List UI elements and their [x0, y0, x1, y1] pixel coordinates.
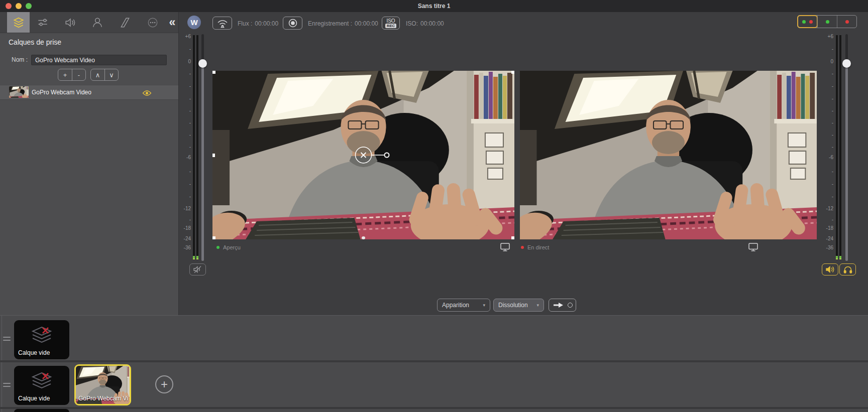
arrow-right-icon [553, 303, 564, 308]
add-layer-button[interactable]: + [58, 69, 72, 80]
preview-fullscreen-monitor-icon[interactable] [500, 243, 510, 252]
tab-titles[interactable] [114, 12, 136, 33]
layer-reorder-group: ∧ ∨ [90, 69, 119, 81]
collapse-panel-chevron-icon[interactable]: « [166, 15, 179, 30]
wirecast-window: Sans titre 1 [0, 0, 868, 412]
chevron-down-icon: ▾ [483, 303, 485, 308]
live-status: En direct [521, 244, 549, 250]
record-button[interactable] [283, 17, 302, 30]
remove-layer-button[interactable]: - [72, 69, 85, 80]
transition-2-dropdown[interactable]: Dissolution ▾ [493, 299, 544, 312]
window-controls [6, 3, 32, 9]
sliders-icon [37, 17, 49, 29]
webcam-video-frame [212, 71, 514, 239]
meter-level-bars [193, 35, 198, 259]
layer-name-input[interactable] [31, 55, 167, 65]
shot-gopro-webcam-selected[interactable]: GoPro Webcam Vi [74, 364, 131, 405]
iso-record-button[interactable]: ISO REC [382, 17, 400, 30]
speaker-muted-icon [193, 265, 203, 273]
iso-rec-badge: REC [385, 24, 396, 28]
tab-source-settings[interactable] [31, 12, 54, 33]
layer-visibility-eye-icon[interactable] [142, 89, 152, 98]
volume-fader-handle[interactable] [842, 59, 851, 68]
view-mode-preview-only[interactable] [817, 16, 837, 28]
webcam-video-frame [520, 71, 817, 239]
selection-corner-handle[interactable] [511, 71, 514, 74]
preview-status: Aperçu [216, 244, 241, 250]
live-status-dot-icon [521, 246, 524, 249]
zoom-window-button[interactable] [26, 3, 32, 9]
layer-2-row: Calque vide GoPro Webcam Vi + [0, 362, 868, 407]
meter-level-bars [836, 35, 841, 259]
record-timer: Enregistrement :00:00:00 [308, 20, 378, 27]
iso-timer-label: ISO: [406, 20, 418, 27]
title-bar: Sans titre 1 [0, 0, 868, 12]
volume-fader-track[interactable] [845, 34, 848, 261]
layer-list-item[interactable]: GoPro Webcam Video [0, 85, 178, 100]
person-icon [91, 17, 103, 29]
transition-1-dropdown[interactable]: Apparition ▾ [437, 299, 490, 312]
live-dot-icon [809, 20, 813, 24]
layer-thumbnail [9, 86, 29, 98]
name-field-label: Nom : [0, 56, 28, 63]
view-mode-preview-live[interactable] [798, 16, 817, 28]
volume-fader-track[interactable] [201, 34, 204, 261]
selection-edge-handle[interactable] [362, 236, 365, 239]
tab-guest[interactable] [86, 12, 108, 33]
layer-1-row: Calque vide [0, 317, 868, 360]
layers-icon [13, 17, 25, 29]
selection-edge-handle[interactable] [212, 154, 215, 157]
live-audio-button[interactable] [822, 263, 838, 276]
shot-layers-panel: « Calques de prise Nom : + - ∧ ∨ GoPro W… [0, 12, 179, 315]
row-separator [0, 407, 868, 409]
preview-canvas[interactable] [212, 71, 514, 239]
panel-title: Calques de prise [9, 38, 61, 46]
shot-empty-layer-3-partial[interactable] [14, 409, 69, 412]
tab-more[interactable] [141, 12, 164, 33]
shot-label: Calque vide [18, 395, 50, 402]
iso-timer-value: 00:00:00 [420, 20, 444, 27]
live-fullscreen-monitor-icon[interactable] [748, 243, 758, 252]
close-window-button[interactable] [6, 3, 12, 9]
recording-dot-icon [130, 396, 131, 401]
preview-label: Aperçu [223, 244, 241, 250]
transition-1-label: Apparition [442, 302, 469, 309]
layer-item-label: GoPro Webcam Video [32, 89, 91, 96]
iso-timer: ISO:00:00:00 [406, 20, 444, 27]
shot-label: GoPro Webcam Vi [78, 395, 131, 402]
stream-button[interactable] [212, 17, 232, 30]
headphones-monitor-button[interactable] [839, 263, 856, 276]
shot-bins-panel: Calque vide Calque vide GoPro Webcam Vi … [0, 315, 868, 412]
layer-add-remove-group: + - [58, 69, 86, 81]
view-mode-live-only[interactable] [837, 16, 856, 28]
selection-corner-handle[interactable] [212, 71, 215, 74]
volume-fader-handle[interactable] [198, 59, 207, 68]
go-transition-button[interactable] [549, 299, 576, 312]
panel-tab-bar: « [0, 12, 178, 33]
live-label: En direct [527, 244, 549, 250]
stream-timer-value: 00:00:00 [255, 20, 278, 27]
tab-layers[interactable] [7, 12, 30, 33]
stream-timer: Flux :00:00:00 [238, 20, 278, 27]
shot-empty-layer-1[interactable]: Calque vide [14, 320, 69, 359]
selection-corner-handle[interactable] [511, 236, 514, 239]
headphones-icon [843, 265, 852, 273]
tab-audio[interactable] [59, 12, 81, 33]
add-shot-button[interactable]: + [155, 375, 173, 393]
row-drag-grip[interactable] [3, 383, 11, 387]
row-drag-grip[interactable] [3, 337, 11, 341]
shot-label: Calque vide [18, 349, 50, 356]
move-layer-down-button[interactable]: ∨ [104, 69, 118, 80]
selection-corner-handle[interactable] [212, 236, 215, 239]
preview-status-dot-icon [216, 246, 220, 249]
shot-empty-layer-2[interactable]: Calque vide [14, 366, 69, 405]
wirecast-logo: W [187, 16, 201, 29]
move-layer-up-button[interactable]: ∧ [91, 69, 104, 80]
ellipsis-circle-icon [147, 17, 159, 29]
minimize-window-button[interactable] [16, 3, 22, 9]
preview-dot-icon [826, 20, 829, 24]
window-title: Sans titre 1 [418, 3, 451, 10]
live-audio-meter: +6 - 0 - - - - - - - -6 - - - -12 - -18 … [821, 30, 852, 266]
preview-mute-button[interactable] [189, 263, 206, 276]
record-icon [287, 18, 298, 29]
